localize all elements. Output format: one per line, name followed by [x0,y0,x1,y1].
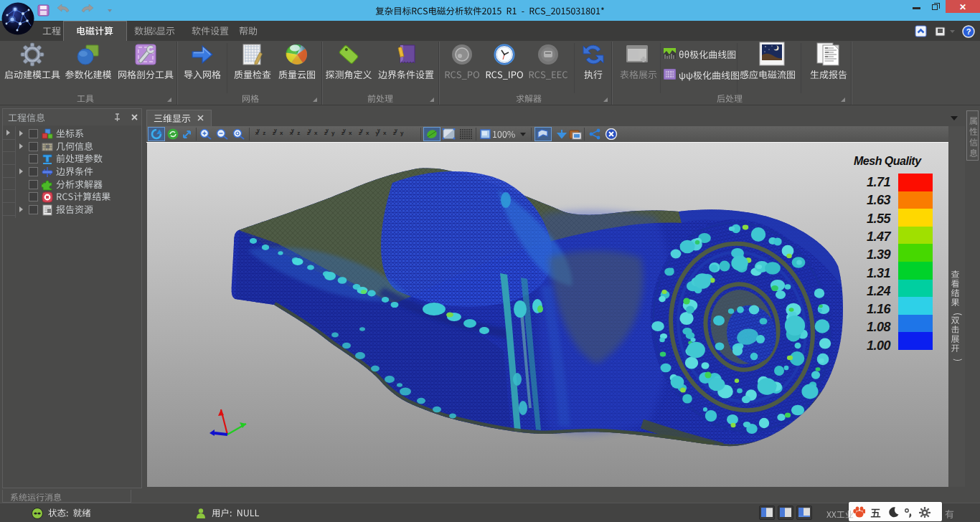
svg-text:?: ? [966,27,971,36]
